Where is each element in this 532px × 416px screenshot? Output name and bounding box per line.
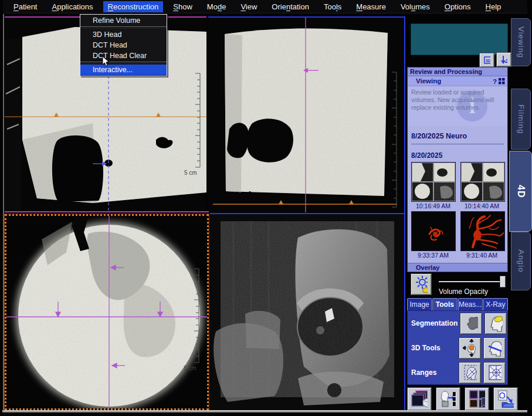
step-description: i Review loaded or acquired volumes. New… [408,86,507,126]
tab-measure[interactable]: Meas... [458,298,483,310]
menu-item-dct-head[interactable]: DCT Head [80,40,167,50]
move-3d-button[interactable] [459,337,481,359]
description-text: Review loaded or acquired volumes. New a… [411,89,504,111]
viewport-divider [5,211,209,212]
viewport-axial-selected[interactable]: 5 cm [5,214,209,410]
ranges-label: Ranges [409,368,456,377]
menu-separator [80,62,167,64]
menu-item-3d-head[interactable]: 3D Head [80,29,167,40]
ct-image-axial: 5 cm [6,216,207,408]
viewing-step-label: Viewing [416,77,441,84]
workflow-tab-angio[interactable]: Angio [511,232,531,290]
volume-opacity-slider-handle[interactable] [500,276,506,288]
menu-mode[interactable]: Mode [202,1,231,12]
series-thumbnail-vessels[interactable] [411,211,456,251]
image-stack-button[interactable] [407,387,432,411]
tool-tab-bar: Image Tools Meas... X-Ray [407,298,508,310]
menu-applications[interactable]: Applications [47,1,97,12]
screen-bezel [2,410,527,412]
layout-grid-icon[interactable] [499,78,505,84]
screen-bezel [3,14,4,411]
series-group-date: 8/20/2025 [411,151,504,160]
save-to-film-icon [440,390,456,408]
series-thumbnail-ct[interactable] [460,162,505,202]
menu-bar: Patient Applications Reconstruction Show… [3,0,527,13]
cut-plane-icon [487,339,501,357]
save-to-film-button[interactable] [436,387,460,411]
viewport-3d-render[interactable] [210,213,404,411]
help-button[interactable]: ? [493,77,497,86]
menu-volumes[interactable]: Volumes [396,1,435,12]
menu-separator [80,26,167,29]
volume-opacity-slider[interactable] [439,281,504,282]
series-thumbnail-ct[interactable] [411,162,456,202]
study-title: 8/20/2025 Neuro [411,132,504,140]
segmentation-label: Segmentation [409,319,458,327]
segment-blob-button[interactable] [460,313,482,334]
workflow-tab-filming[interactable]: Filming [511,89,531,150]
range-head-icon [463,364,477,381]
menu-item-refine-volume[interactable]: Refine Volume [80,15,167,26]
viewport-right-border [404,16,405,410]
film-grid-button[interactable] [465,387,489,411]
viewing-step-header[interactable]: Viewing ? [408,76,507,86]
volume-opacity-control: Volume Opacity [407,272,508,297]
series-list: 8/20/2025 Neuro 8/20/2025 [408,126,507,263]
volume-render-image [210,214,404,410]
review-processing-header: Review and Processing [408,67,507,76]
3d-tools-label: 3D Tools [409,344,456,352]
export-folder-button[interactable] [493,387,518,411]
head-highlight-button[interactable] [484,313,507,334]
ruler-label: 5 cm [184,170,197,176]
menu-patient[interactable]: Patient [9,1,42,12]
film-grid-icon [469,390,485,408]
image-stack-icon [411,390,428,408]
ruler-label: 5 cm [184,365,196,371]
menu-reconstruction[interactable]: Reconstruction [103,1,164,12]
thumbnail-timestamp: 10:14:40 AM [460,202,504,209]
thumbnail-timestamp: 9:33:37 AM [411,252,455,259]
menu-show[interactable]: Show [168,1,197,12]
tab-tools[interactable]: Tools [432,298,457,310]
menu-help[interactable]: Help [481,1,506,12]
divider [411,144,504,144]
cut-plane-button[interactable] [483,337,506,359]
range-head-button[interactable] [459,362,481,384]
insert-list-icon [500,55,507,65]
head-highlight-icon [489,314,503,332]
workflow-tab-viewing[interactable]: Viewing [511,18,531,66]
series-thumbnail-vessels[interactable] [460,211,505,251]
menu-item-dct-head-clear[interactable]: DCT Head Clear [80,50,167,61]
application-window: Patient Applications Reconstruction Show… [0,0,532,416]
menu-measure[interactable]: Measure [351,1,391,12]
thumbnail-timestamp: 10:16:49 AM [411,202,455,209]
tab-xray[interactable]: X-Ray [483,298,508,310]
thumbnail-timestamp: 9:31:40 AM [460,252,504,259]
menu-orientation[interactable]: Orientation [267,1,314,12]
patient-banner [411,23,508,55]
export-folder-icon [497,390,514,408]
workflow-tab-4d[interactable]: 4D [509,151,532,232]
tab-image[interactable]: Image [407,298,432,310]
volume-opacity-label: Volume Opacity [439,288,488,296]
reconstruction-dropdown-menu: Refine Volume 3D Head DCT Head DCT Head … [80,14,167,76]
sun-folder-icon [415,276,428,293]
range-disabled-button[interactable] [483,362,506,384]
tools-panel: Segmentation 3D Tools [407,310,508,385]
menu-item-interactive[interactable]: Interactive... [80,65,167,75]
move-3d-icon [463,339,477,357]
ct-image-sagittal [208,18,404,212]
menu-view[interactable]: View [236,1,262,12]
output-button-row [407,387,510,411]
insert-list-button[interactable] [496,52,511,67]
camera-3d-button[interactable]: 3D [479,53,494,67]
task-card: Review and Processing Viewing ? i Review… [407,67,508,272]
range-disabled-icon [487,364,501,381]
menu-options[interactable]: Options [440,1,476,12]
overlay-header[interactable]: Overlay [408,263,507,272]
menu-tools[interactable]: Tools [319,1,346,12]
svg-text:3D: 3D [486,59,490,63]
viewport-sagittal[interactable] [208,16,404,212]
segment-blob-icon [464,315,478,332]
brightness-button[interactable] [411,273,432,295]
